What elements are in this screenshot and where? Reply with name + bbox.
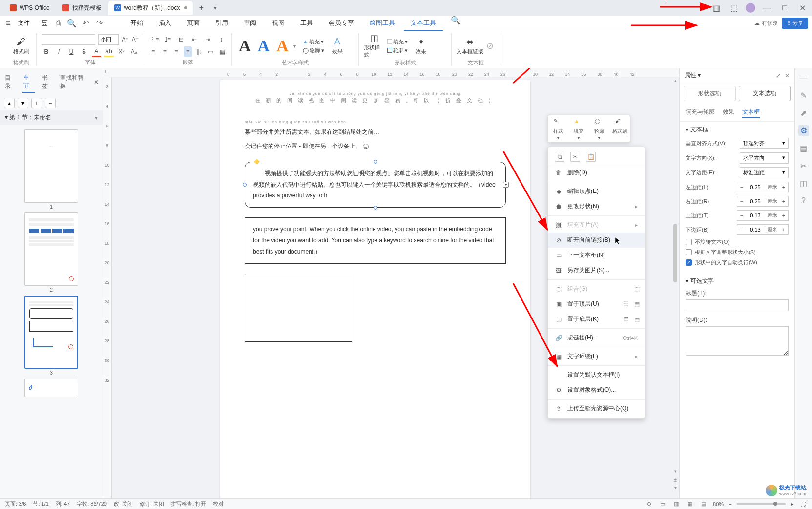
tab-template[interactable]: 找稻壳模板 [57, 1, 107, 15]
align-center-icon[interactable]: ≡ [161, 46, 169, 57]
undo-icon[interactable]: ↶ [81, 19, 90, 28]
nav-section-header[interactable]: ▾ 第 1 节：未命名 ▾ [0, 110, 103, 125]
shape-style-button[interactable]: ◫ 形状样式 [364, 33, 384, 59]
selection-handle[interactable] [374, 160, 377, 164]
shape-outline-button[interactable]: 轮廓▾ [387, 47, 408, 54]
wordart-gallery-more[interactable]: ▾ [293, 43, 296, 49]
front-icon-2[interactable]: ☰ [624, 301, 629, 308]
fullscreen-icon[interactable]: ⛶ [798, 500, 807, 509]
text-outline-button[interactable]: ◯轮廓▾ [303, 47, 324, 54]
spinner-right-margin[interactable]: −0.25厘米+ [737, 196, 789, 207]
wordart-style-2[interactable]: A [256, 37, 272, 55]
page-thumb-4[interactable]: ∂ [0, 379, 103, 397]
textbox-2[interactable]: you prove your point. When you click the… [245, 217, 506, 263]
sort-icon[interactable]: ↕ [216, 34, 227, 45]
select-valign[interactable]: 顶端对齐▾ [740, 138, 789, 149]
layout-icon[interactable]: ▥ [710, 2, 722, 14]
break-link-button[interactable]: ⊘ [484, 33, 495, 59]
side-tools-icon[interactable]: ✂ [798, 160, 809, 171]
tab-tools[interactable]: 工具 [293, 16, 320, 31]
spinner-bottom-margin[interactable]: −0.13厘米+ [737, 224, 789, 235]
zoom-slider[interactable] [737, 503, 786, 505]
cm-bring-front[interactable]: ▣置于顶层(U)☰▤ [548, 297, 645, 312]
textbox-link-indicator[interactable]: ▸ [503, 182, 509, 188]
multilevel-icon[interactable]: ⊟ [176, 34, 187, 45]
tab-view[interactable]: 视图 [265, 16, 291, 31]
side-layers-icon[interactable]: ▤ [798, 143, 809, 153]
bullet-list-icon[interactable]: ⋮≡ [149, 34, 160, 45]
status-section[interactable]: 节: 1/1 [33, 500, 48, 508]
close-panel-icon[interactable]: ✕ [785, 72, 790, 79]
mini-fill-button[interactable]: ▲填充▾ [568, 115, 589, 142]
preview-icon[interactable]: 🔍 [67, 19, 77, 28]
tab-page[interactable]: 页面 [180, 16, 207, 31]
horizontal-ruler[interactable]: L 86422468101214161820222426303234363840… [103, 68, 679, 77]
maximize-button[interactable]: □ [779, 2, 791, 14]
cm-upload-docer[interactable]: ⇪上传至稻壳资源中心(Q) [548, 401, 645, 416]
check-resize-to-fit[interactable]: 根据文字调整形状大小(S) [686, 249, 789, 256]
new-tab-button[interactable]: + [196, 2, 208, 14]
side-help-icon[interactable]: ? [798, 195, 809, 206]
spinner-left-margin[interactable]: −0.25厘米+ [737, 182, 789, 192]
search-icon[interactable]: 🔍 [451, 16, 460, 25]
back-icon-2[interactable]: ☰ [624, 316, 629, 323]
input-alt-title[interactable] [686, 299, 789, 311]
save-icon[interactable]: 🖫 [40, 19, 49, 28]
superscript-button[interactable]: X² [117, 46, 126, 57]
outdent-icon[interactable]: ⇤ [189, 34, 200, 45]
nav-remove[interactable]: − [45, 98, 56, 108]
side-edit-icon[interactable]: ✎ [798, 90, 809, 101]
adjust-handle[interactable] [254, 159, 259, 164]
user-avatar[interactable] [746, 3, 755, 13]
italic-button[interactable]: I [54, 46, 64, 57]
check-no-rotate[interactable]: 不旋转文本(O) [686, 238, 789, 246]
check-wrap-text[interactable]: ✓形状中的文字自动换行(W) [686, 259, 789, 266]
tab-start[interactable]: 开始 [124, 16, 150, 31]
select-direction[interactable]: 水平方向▾ [740, 152, 789, 164]
status-revise[interactable]: 修订: 关闭 [140, 500, 164, 508]
cm-delete[interactable]: 🗑删除(D) [548, 165, 645, 180]
tab-insert[interactable]: 插入 [152, 16, 178, 31]
cube-icon[interactable]: ⬚ [728, 2, 740, 14]
side-select-icon[interactable]: ⬈ [798, 107, 809, 118]
cm-change-shape[interactable]: ⬟更改形状(N)▸ [548, 199, 645, 214]
increase-font-icon[interactable]: A⁺ [122, 34, 129, 45]
file-menu[interactable]: 文件 [14, 17, 34, 29]
tab-document[interactable]: W word教程（新）.docx [108, 1, 193, 15]
cm-send-back[interactable]: ▢置于底层(K)☰▤ [548, 312, 645, 327]
nav-add[interactable]: + [31, 98, 42, 108]
selection-handle[interactable] [374, 206, 377, 210]
status-proof[interactable]: 校对 [213, 500, 224, 508]
page-thumb-3[interactable]: 3 [0, 296, 103, 376]
highlight-button[interactable]: ab [104, 46, 114, 57]
document-page[interactable]: zài xīn de yuè dú shì tú zhōng yuè dú gè… [220, 80, 530, 498]
view-read-icon[interactable]: ▭ [658, 500, 667, 509]
vertical-ruler[interactable]: 2468101214161820222426283032 [103, 77, 112, 498]
close-button[interactable]: ✕ [796, 2, 808, 14]
subtab-effects[interactable]: 效果 [723, 107, 734, 118]
shading-icon[interactable]: ▭ [207, 46, 215, 57]
view-tools-icon[interactable]: ⊕ [645, 500, 653, 509]
wordart-style-3[interactable]: A [274, 37, 291, 55]
document-area[interactable]: L 86422468101214161820222426303234363840… [103, 68, 679, 498]
status-column[interactable]: 列: 47 [56, 500, 70, 508]
underline-button[interactable]: U [66, 46, 76, 57]
font-color-button[interactable]: A [92, 46, 102, 57]
view-outline-icon[interactable]: ▤ [699, 500, 708, 509]
print-icon[interactable]: ⎙ [53, 19, 63, 28]
back-icon-3[interactable]: ▤ [634, 316, 640, 323]
cm-save-as-image[interactable]: 🖼另存为图片(S)... [548, 263, 645, 278]
share-button[interactable]: ⇪ 分享 [782, 18, 808, 29]
textarea-alt-desc[interactable] [686, 326, 789, 356]
side-collapse-icon[interactable]: — [798, 72, 809, 83]
tab-text-options[interactable]: 文本选项 [739, 86, 791, 101]
minimize-button[interactable]: — [761, 2, 773, 14]
section-title-textbox[interactable]: ▾ 文本框 [686, 126, 789, 134]
mini-outline-button[interactable]: ◯轮廓▾ [589, 115, 609, 142]
status-words[interactable]: 字数: 86/720 [77, 500, 107, 508]
side-library-icon[interactable]: ◫ [798, 178, 809, 189]
shape-fill-button[interactable]: 填充▾ [387, 38, 408, 45]
section-menu-icon[interactable]: ▾ [95, 114, 98, 121]
tab-drawing[interactable]: 绘图工具 [363, 16, 402, 31]
format-painter-button[interactable]: 🖌 格式刷 [11, 33, 31, 59]
